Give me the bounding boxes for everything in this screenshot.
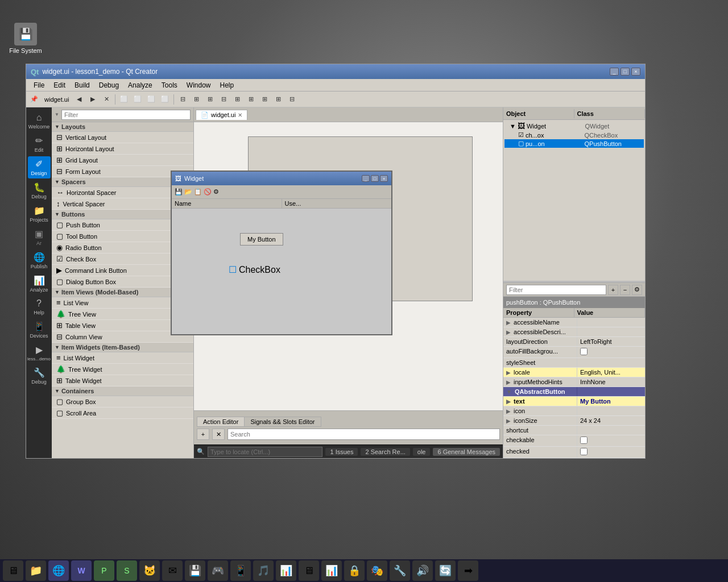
taskbar-app-filemanager[interactable]: 🖥 (3, 560, 23, 581)
sidebar-devices[interactable]: 📱 Devices (28, 319, 51, 341)
toolbar-layout5[interactable]: ⊞ (231, 93, 243, 106)
prop-row-iconsize[interactable]: ▶ iconSize 24 x 24 (503, 416, 645, 426)
general-messages-tab[interactable]: 6 General Messages (433, 448, 500, 456)
autofill-checkbox[interactable] (580, 348, 588, 355)
sidebar-analyze[interactable]: 📊 Analyze (28, 273, 51, 295)
taskbar-app-save[interactable]: 💾 (185, 560, 205, 581)
sidebar-debug[interactable]: 🐛 Debug (28, 180, 51, 202)
toolbar-layout3[interactable]: ⊞ (204, 93, 216, 106)
widget-dialog-minimize[interactable]: _ (362, 175, 370, 182)
widget-item-horizontal-layout[interactable]: ⊞ Horizontal Layout (52, 143, 193, 155)
prop-row-accessibledescri[interactable]: ▶ accessibleDescri... (503, 327, 645, 337)
prop-value-autofill[interactable] (577, 347, 645, 357)
sidebar-ar[interactable]: ▣ Ar (28, 226, 51, 248)
filter-btn5[interactable]: ⚙ (213, 188, 219, 195)
toolbar-layout4[interactable]: ⊟ (217, 93, 230, 106)
toolbar-pin[interactable]: 📌 (28, 93, 40, 106)
filter-btn4[interactable]: 🚫 (204, 188, 212, 195)
prop-row-accessiblename[interactable]: ▶ accessibleName (503, 318, 645, 327)
widget-item-table-widget[interactable]: ⊞ Table Widget (52, 375, 193, 386)
taskbar-app-sheets[interactable]: S (117, 560, 137, 581)
toolbar-btn2[interactable]: ⬜ (131, 93, 144, 106)
filter-btn3[interactable]: 📋 (194, 188, 202, 195)
prop-value-shortcut[interactable] (577, 426, 645, 435)
toolbar-btn3[interactable]: ⬜ (145, 93, 158, 106)
prop-value-text[interactable]: My Button (577, 397, 645, 406)
sidebar-projects[interactable]: 📁 Projects (28, 203, 51, 225)
widget-item-list-widget[interactable]: ≡ List Widget (52, 352, 193, 364)
prop-value-icon[interactable] (577, 406, 645, 415)
signals-slots-tab[interactable]: Signals && Slots Editor (245, 417, 321, 427)
taskbar-app-writer[interactable]: W (71, 560, 92, 581)
taskbar-app-update[interactable]: 🔄 (435, 560, 456, 581)
obj-row-widget[interactable]: ▼ 🖼 Widget QWidget (504, 121, 644, 131)
taskbar-app-monitor[interactable]: 📊 (276, 560, 296, 581)
preview-push-button[interactable]: My Button (240, 233, 283, 246)
taskbar-app-mail[interactable]: ✉ (162, 560, 183, 581)
toolbar-right-arrow[interactable]: ▶ (86, 93, 99, 106)
toolbar-layout9[interactable]: ⊟ (286, 93, 298, 106)
obj-row-pushbutton[interactable]: ▢ pu...on QPushButton (504, 139, 644, 148)
preview-checkbox[interactable]: ☐ CheckBox (229, 264, 280, 275)
prop-row-checked[interactable]: checked (503, 447, 645, 458)
toolbar-layout8[interactable]: ⊞ (272, 93, 284, 106)
taskbar-app-tools[interactable]: 🔧 (390, 560, 410, 581)
toolbar-layout6[interactable]: ⊞ (245, 93, 257, 106)
taskbar-app-game[interactable]: 🎮 (208, 560, 228, 581)
taskbar-app-security[interactable]: 🔒 (344, 560, 365, 581)
prop-remove-btn[interactable]: − (620, 285, 630, 295)
menu-window[interactable]: Window (182, 80, 216, 90)
prop-row-shortcut[interactable]: shortcut (503, 426, 645, 435)
prop-add-btn[interactable]: + (608, 285, 618, 295)
taskbar-app-files[interactable]: 📁 (26, 560, 46, 581)
taskbar-app-music[interactable]: 🎵 (253, 560, 274, 581)
sidebar-edit[interactable]: ✏ Edit (28, 133, 51, 155)
menu-file[interactable]: File (29, 80, 49, 90)
prop-row-icon[interactable]: ▶ icon (503, 406, 645, 416)
toolbar-layout7[interactable]: ⊞ (258, 93, 271, 106)
menu-help[interactable]: Help (216, 80, 239, 90)
prop-row-locale[interactable]: ▶ locale English, Unit... (503, 368, 645, 377)
widget-item-grid-layout[interactable]: ⊞ Grid Layout (52, 155, 193, 166)
widget-item-vertical-layout[interactable]: ⊟ Vertical Layout (52, 132, 193, 143)
prop-value-accessiblename[interactable] (577, 318, 645, 327)
prop-value-locale[interactable]: English, Unit... (577, 368, 645, 377)
widget-dialog-close[interactable]: × (380, 175, 388, 182)
prop-row-checkable[interactable]: checkable (503, 435, 645, 447)
locate-input[interactable] (208, 447, 322, 457)
sidebar-help[interactable]: ? Help (28, 296, 51, 318)
widget-filter-input[interactable] (61, 110, 191, 120)
sidebar-less-demo[interactable]: ▶ less...demo (28, 342, 51, 364)
sidebar-publish[interactable]: 🌐 Publish (28, 250, 51, 272)
sidebar-debug2[interactable]: 🔧 Debug (28, 365, 51, 387)
widget-dialog-maximize[interactable]: □ (371, 175, 379, 182)
action-delete-btn[interactable]: ✕ (212, 429, 225, 440)
file-tab-widget-ui[interactable]: 📄 widget.ui ✕ (196, 110, 247, 120)
prop-filter-input[interactable] (506, 285, 606, 295)
taskbar-app-settings[interactable]: 📱 (230, 560, 251, 581)
prop-settings-btn[interactable]: ⚙ (632, 285, 642, 295)
widget-item-group-box[interactable]: ▢ Group Box (52, 396, 193, 408)
toolbar-layout1[interactable]: ⊟ (176, 93, 189, 106)
widget-item-tree-widget[interactable]: 🌲 Tree Widget (52, 364, 193, 375)
menu-edit[interactable]: Edit (49, 80, 70, 90)
prop-value-checkable[interactable] (577, 435, 645, 446)
action-editor-tab[interactable]: Action Editor (197, 417, 245, 427)
sidebar-welcome[interactable]: ⌂ Welcome (28, 110, 51, 132)
prop-row-layoutdirection[interactable]: layoutDirection LeftToRight (503, 337, 645, 347)
menu-analyze[interactable]: Analyze (123, 80, 157, 90)
menu-build[interactable]: Build (70, 80, 94, 90)
toolbar-btn4[interactable]: ⬜ (159, 93, 171, 106)
toolbar-close-file[interactable]: ✕ (100, 93, 113, 106)
prop-value-accessibledescri[interactable] (577, 327, 645, 336)
taskbar-app-volume[interactable]: 🔊 (412, 560, 433, 581)
menu-tools[interactable]: Tools (157, 80, 182, 90)
action-new-btn[interactable]: + (197, 429, 209, 440)
taskbar-app-terminal[interactable]: 🖥 (299, 560, 319, 581)
toolbar-btn1[interactable]: ⬜ (118, 93, 130, 106)
toolbar-layout2[interactable]: ⊞ (190, 93, 202, 106)
toolbar-left-arrow[interactable]: ◀ (73, 93, 85, 106)
preview-button[interactable]: My Button (240, 233, 283, 246)
prop-row-stylesheet[interactable]: styleSheet (503, 358, 645, 368)
console-tab[interactable]: ole (413, 448, 431, 456)
